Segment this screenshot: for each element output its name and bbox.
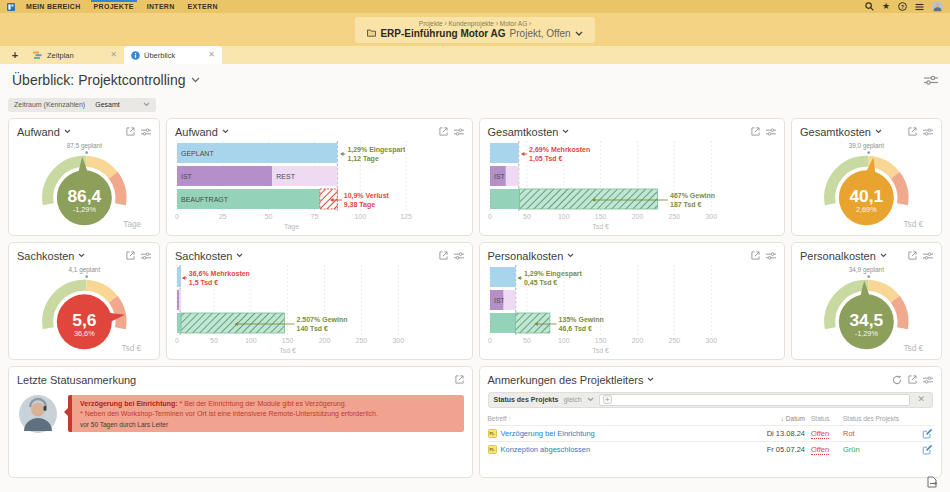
tab-ueberblick[interactable]: Überblick ✕	[124, 46, 222, 64]
breadcrumb[interactable]: Projekte › Kundenprojekte › Motor AG › E…	[355, 17, 594, 43]
svg-text:150: 150	[594, 337, 606, 344]
edit-icon[interactable]	[917, 428, 933, 439]
table-header: Betreff ↑ ↓ Datum Status Status des Proj…	[488, 412, 934, 425]
card-settings-icon[interactable]	[141, 128, 151, 136]
chevron-down-icon[interactable]	[587, 397, 594, 402]
svg-text:1,12 Tage: 1,12 Tage	[347, 154, 378, 162]
sort-asc-icon[interactable]: ↑	[508, 415, 511, 422]
aufwand-gauge-chart: 87,5 geplant86,4-1,29%Tage	[22, 141, 147, 229]
card-title-dropdown[interactable]: Personalkosten	[488, 250, 575, 262]
svg-text:2.507% Gewinn: 2.507% Gewinn	[297, 315, 348, 322]
card-settings-icon[interactable]	[454, 252, 464, 260]
card-title-dropdown[interactable]: Personalkosten	[800, 250, 887, 262]
col-status[interactable]: Status	[811, 415, 843, 422]
period-filter-dropdown[interactable]: Zeitraum (Kennzahlen) Gesamt	[8, 98, 156, 112]
svg-text:140 Tsd €: 140 Tsd €	[297, 324, 328, 331]
card-personalkosten-gauge: Personalkosten 34,9 geplant34,5-1,29%Tsd…	[791, 242, 942, 360]
edit-icon[interactable]	[917, 444, 933, 455]
svg-text:50: 50	[522, 337, 530, 344]
new-tab-button[interactable]: +	[4, 46, 26, 64]
col-datum[interactable]: ↓ Datum	[759, 415, 811, 422]
search-icon[interactable]	[865, 2, 874, 11]
card-settings-icon[interactable]	[766, 252, 776, 260]
menu-mein-bereich[interactable]: MEIN BEREICH	[24, 0, 83, 13]
status-note-title: Verzögerung bei Einrichtung:	[80, 400, 178, 407]
open-external-icon[interactable]	[126, 127, 135, 136]
card-title-dropdown[interactable]: Gesamtkosten	[488, 126, 570, 138]
card-gesamtkosten-bar: Gesamtkosten 050100150200250300IST2,69% …	[479, 118, 786, 236]
gesamtkosten-gauge-chart: 39,0 geplant40,12,69%Tsd €	[804, 141, 929, 229]
svg-text:150: 150	[282, 337, 294, 344]
card-title-dropdown[interactable]: Anmerkungen des Projektleiters	[488, 374, 655, 386]
svg-text:125: 125	[400, 213, 412, 220]
open-external-icon[interactable]	[908, 375, 917, 384]
card-title-dropdown[interactable]: Aufwand	[17, 126, 71, 138]
menu-extern[interactable]: EXTERN	[186, 0, 220, 13]
card-settings-icon[interactable]	[454, 128, 464, 136]
card-title-dropdown[interactable]: Aufwand	[175, 126, 229, 138]
svg-text:Tsd €: Tsd €	[904, 220, 924, 229]
open-external-icon[interactable]	[908, 127, 917, 136]
user-avatar[interactable]	[932, 1, 943, 12]
menu-projekte[interactable]: PROJEKTE	[92, 0, 136, 13]
help-icon[interactable]: ?	[898, 2, 907, 11]
card-settings-icon[interactable]	[766, 128, 776, 136]
open-external-icon[interactable]	[455, 375, 464, 384]
card-title-dropdown[interactable]: Sachkosten	[175, 250, 243, 262]
favorites-star-icon[interactable]: ★	[882, 2, 890, 11]
svg-text:0: 0	[175, 213, 179, 220]
menu-intern[interactable]: INTERN	[145, 0, 177, 13]
card-settings-icon[interactable]	[141, 252, 151, 260]
open-external-icon[interactable]	[751, 127, 760, 136]
note-status[interactable]: Offen	[811, 445, 829, 455]
open-external-icon[interactable]	[439, 127, 448, 136]
filter-value-input[interactable]	[615, 395, 907, 405]
filter-operator[interactable]: gleich	[563, 396, 581, 403]
tab-close-icon[interactable]: ✕	[110, 51, 117, 59]
page-title[interactable]: Überblick: Projektcontrolling	[12, 72, 200, 88]
card-title-dropdown[interactable]: Gesamtkosten	[800, 126, 882, 138]
chevron-down-icon[interactable]	[575, 31, 583, 36]
note-link[interactable]: PL Konzeption abgeschlossen	[488, 445, 760, 454]
page-settings-icon[interactable]	[924, 75, 938, 85]
breadcrumb-path[interactable]: Projekte › Kundenprojekte › Motor AG ›	[367, 20, 582, 27]
svg-text:40,1: 40,1	[850, 186, 884, 206]
svg-text:0: 0	[488, 337, 492, 344]
app-logo-icon[interactable]	[7, 3, 15, 11]
tab-zeitplan[interactable]: Zeitplan ✕	[26, 46, 124, 64]
refresh-icon[interactable]	[892, 375, 902, 385]
svg-text:467% Gewinn: 467% Gewinn	[669, 191, 714, 198]
clear-filter-icon[interactable]: ✕	[915, 395, 927, 404]
card-settings-icon[interactable]	[923, 252, 933, 260]
open-external-icon[interactable]	[439, 251, 448, 260]
card-sachkosten-gauge: Sachkosten 4,1 geplant5,636,6%Tsd €	[8, 242, 160, 360]
svg-text:200: 200	[319, 337, 331, 344]
svg-text:Tage: Tage	[123, 220, 141, 229]
sachkosten-gauge-chart: 4,1 geplant5,636,6%Tsd €	[22, 265, 147, 353]
card-title-dropdown[interactable]: Sachkosten	[17, 250, 85, 262]
col-status-projekt[interactable]: Status des Projekts	[843, 415, 917, 422]
open-external-icon[interactable]	[908, 251, 917, 260]
table-filter-row: Status des Projekts gleich + ✕	[488, 392, 934, 408]
svg-text:-1,29%: -1,29%	[855, 329, 879, 338]
export-page-icon[interactable]	[926, 476, 938, 488]
col-betreff[interactable]: Betreff ↑	[488, 415, 760, 422]
filter-field[interactable]: Status des Projekts	[494, 396, 559, 403]
svg-text:Tsd €: Tsd €	[121, 344, 141, 353]
open-external-icon[interactable]	[126, 251, 135, 260]
tab-close-icon[interactable]: ✕	[208, 51, 215, 59]
card-settings-icon[interactable]	[923, 376, 933, 384]
note-project-status: Grün	[843, 445, 917, 454]
open-external-icon[interactable]	[751, 251, 760, 260]
add-filter-value-icon[interactable]: +	[603, 395, 612, 404]
card-projectleader-notes: Anmerkungen des Projektleiters Status de…	[479, 366, 943, 478]
note-link[interactable]: PL Verzögerung bei Einrichtung	[488, 429, 760, 438]
svg-text:BEAUFTRAGT: BEAUFTRAGT	[181, 196, 229, 203]
hamburger-menu-icon[interactable]	[915, 3, 924, 11]
svg-text:34,5: 34,5	[850, 310, 884, 330]
card-settings-icon[interactable]	[923, 128, 933, 136]
status-note-meta: vor 50 Tagen durch Lars Leiter	[80, 421, 456, 428]
svg-text:46,6 Tsd €: 46,6 Tsd €	[558, 324, 591, 332]
note-status[interactable]: Offen	[811, 429, 829, 439]
chevron-down-icon	[78, 253, 85, 258]
